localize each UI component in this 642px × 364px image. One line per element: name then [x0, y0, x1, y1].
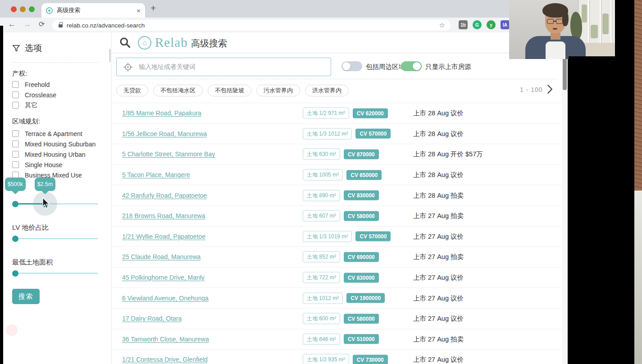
checkbox[interactable]: [12, 151, 19, 158]
checkbox[interactable]: [12, 91, 19, 98]
checkbox[interactable]: [12, 102, 19, 109]
property-address-link[interactable]: 218 Browns Road, Manurewa: [122, 212, 205, 219]
back-icon[interactable]: ←: [8, 20, 16, 29]
cv-badge: CV 570000: [355, 129, 391, 139]
forward-icon[interactable]: →: [23, 20, 31, 29]
zoning-option[interactable]: Terrace & Apartment: [12, 128, 96, 139]
property-address-link[interactable]: 42 Ranfurly Road, Papatoetoe: [122, 192, 207, 199]
property-address-link[interactable]: 5 Tacon Place, Mangere: [122, 171, 190, 178]
listing-status: 上市 27 Aug 拍卖: [413, 335, 464, 343]
divider: [12, 62, 99, 63]
ownership-checkbox-group: FreeholdCrosslease其它: [12, 79, 56, 110]
price-min-pin[interactable]: $500k: [5, 177, 26, 191]
include-neighbors-label: 包括周边区域: [366, 63, 405, 71]
extension-icon[interactable]: G: [473, 20, 482, 29]
ownership-option[interactable]: Crosslease: [12, 90, 56, 100]
checkbox[interactable]: [12, 81, 19, 88]
person-hair: [562, 10, 569, 26]
property-badges: 土地 852 m²CV 690000: [303, 251, 379, 263]
land-size-badge: 土地 1005 m²: [303, 169, 343, 181]
relab-logo-icon[interactable]: ⌂: [138, 36, 151, 50]
min-land-slider-thumb[interactable]: [12, 270, 18, 277]
funnel-icon: [12, 44, 20, 52]
property-badges: 土地 607 m²CV 580000: [303, 210, 379, 222]
min-land-label: 最低土地面积: [12, 258, 53, 267]
glasses-bridge: [553, 21, 556, 22]
window-close-button[interactable]: [11, 6, 17, 12]
property-address-link[interactable]: 1/56 Jellicoe Road, Manurewa: [122, 130, 207, 137]
checkbox-label: Crosslease: [25, 91, 56, 99]
property-address-link[interactable]: 45 Polkinghorne Drive, Manly: [122, 274, 205, 281]
listing-status: 上市 27 Aug 议价: [413, 355, 464, 364]
person-shirt: [546, 41, 565, 59]
address-bar[interactable]: relab.co.nz/advanced-search ☆: [52, 20, 451, 31]
lv-slider-track[interactable]: [12, 238, 98, 239]
listed-only-toggle[interactable]: [401, 61, 422, 71]
zoning-option[interactable]: Mixed Housing Suburban: [12, 139, 96, 149]
checkbox[interactable]: [12, 161, 19, 168]
lv-slider-thumb[interactable]: [12, 236, 18, 242]
ownership-option[interactable]: 其它: [12, 100, 56, 110]
property-address-link[interactable]: 25 Claude Road, Manurewa: [122, 253, 200, 260]
filter-chip[interactable]: 洪水管界内: [305, 85, 349, 96]
property-badges: 土地 890 m²CV 830000: [303, 190, 379, 201]
property-address-link[interactable]: 6 Viewland Avenue, Onehunga: [122, 295, 209, 302]
checkbox[interactable]: [12, 130, 19, 137]
search-button[interactable]: 搜索: [12, 289, 40, 304]
property-address-link[interactable]: 1/21 Wyllie Road, Papatoetoe: [122, 233, 205, 240]
zoning-option[interactable]: Single House: [12, 159, 96, 170]
browser-tab[interactable]: 高级搜索 ×: [41, 3, 145, 18]
property-row: 5 Tacon Place, Mangere土地 1005 m²CV 65000…: [112, 165, 562, 186]
price-max-pin[interactable]: $2.5m: [35, 177, 55, 191]
property-badges: 土地 1/2 935 m²CV 730000: [303, 354, 388, 364]
listing-status: 上市 27 Aug 议价: [413, 314, 464, 323]
relab-logo-text[interactable]: Relab: [155, 35, 188, 50]
listing-status: 上市 28 Aug 议价: [413, 171, 464, 179]
extension-icon[interactable]: 1b: [459, 20, 468, 29]
scrollbar-thumb[interactable]: [563, 56, 567, 90]
cv-badge: CV 650000: [346, 170, 382, 180]
extension-icon[interactable]: IA: [501, 20, 510, 29]
cv-badge: CV 620000: [353, 108, 388, 118]
sidebar-scrollbar[interactable]: [109, 49, 111, 62]
checkbox[interactable]: [12, 141, 19, 147]
address-search-input[interactable]: 输入地址或者关键词: [116, 58, 331, 76]
property-address-link[interactable]: 5 Charlotte Street, Stanmore Bay: [122, 150, 215, 158]
next-page-icon[interactable]: [546, 84, 554, 94]
listing-status: 上市 27 Aug 议价: [413, 273, 464, 282]
tab-close-icon[interactable]: ×: [137, 7, 141, 14]
checkbox-label: Mixed Housing Suburban: [25, 141, 96, 148]
screen: 高级搜索 × + ← → ⟳ relab.co.nz/advanced-sear…: [0, 0, 642, 364]
extension-icon[interactable]: y: [487, 20, 496, 29]
include-neighbors-toggle[interactable]: [341, 61, 362, 71]
property-address-link[interactable]: 1/85 Marne Road, Papakura: [122, 109, 201, 117]
filter-chip[interactable]: 污水管界内: [256, 85, 300, 96]
cv-badge: CV 830000: [344, 273, 379, 282]
zoning-option[interactable]: Mixed Housing Urban: [12, 149, 96, 159]
filter-chip[interactable]: 无贷款: [116, 85, 148, 96]
ownership-option[interactable]: Freehold: [12, 79, 56, 90]
property-badges: 土地 1/3 1019 m²CV 570000: [303, 231, 391, 242]
toggle-knob: [342, 62, 351, 70]
listing-status: 上市 27 Aug 议价: [413, 294, 464, 302]
filter-chip[interactable]: 不包括淹水区: [153, 85, 203, 96]
property-address-link[interactable]: 36 Tamworth Close, Manurewa: [122, 336, 209, 343]
property-row: 6 Viewland Avenue, Onehunga土地 1012 m²CV …: [112, 288, 562, 309]
min-land-slider-track[interactable]: [12, 273, 98, 274]
window-minimize-button[interactable]: [20, 6, 26, 12]
property-address-link[interactable]: 17 Dairy Road, Otara: [122, 315, 182, 322]
land-size-badge: 土地 1/2 971 m²: [303, 108, 349, 119]
new-tab-button[interactable]: +: [150, 3, 156, 14]
bookmark-star-icon[interactable]: ☆: [439, 21, 445, 29]
relab-favicon-icon: [46, 7, 53, 14]
wall-strip: [634, 191, 642, 364]
reload-icon[interactable]: ⟳: [39, 20, 45, 28]
listing-status: 上市 27 Aug 拍卖: [413, 253, 464, 261]
search-icon[interactable]: [119, 36, 131, 49]
property-address-link[interactable]: 1/21 Contessa Drive, Glenfield: [122, 356, 208, 363]
land-size-badge: 土地 722 m²: [303, 272, 340, 283]
filter-chip[interactable]: 不包括陡坡: [208, 85, 251, 96]
window-maximize-button[interactable]: [29, 6, 35, 12]
property-badges: 土地 646 m²CV 510000: [303, 333, 379, 345]
price-slider-thumb-min[interactable]: [12, 201, 18, 207]
